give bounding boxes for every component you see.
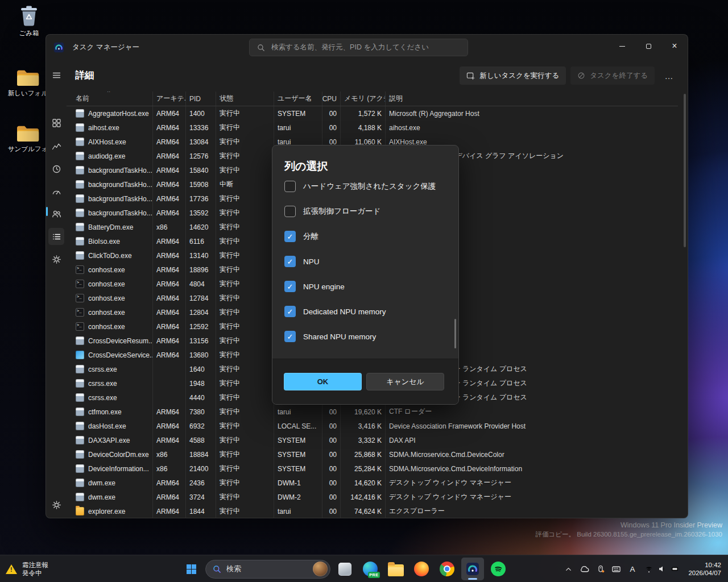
quick-settings-button[interactable] [640, 558, 684, 580]
table-row[interactable]: DAX3API.exe ARM64 4588 実行中 SYSTEM 00 3,3… [67, 433, 678, 447]
sidebar-item-details[interactable] [48, 228, 64, 245]
cell-pid: 6932 [186, 419, 216, 433]
cell-pid: 12784 [186, 291, 216, 305]
checkbox[interactable] [284, 181, 296, 192]
taskbar-app-file-explorer[interactable] [384, 558, 407, 580]
table-row[interactable]: AggregatorHost.exe ARM64 1400 実行中 SYSTEM… [67, 106, 678, 120]
checkbox[interactable] [284, 331, 296, 342]
minimize-button[interactable] [609, 35, 635, 57]
cell-status: 実行中 [216, 149, 274, 163]
cell-name: csrss.exe [67, 390, 153, 405]
column-option-row[interactable]: Dedicated NPU memory [284, 299, 445, 324]
cell-cpu: 00 [322, 405, 341, 419]
column-option-row[interactable]: 拡張制御フローガード [284, 199, 445, 224]
cell-name: CrossDeviceResum... [67, 334, 153, 348]
settings-button[interactable] [48, 496, 64, 513]
sidebar-item-users[interactable] [48, 205, 64, 222]
sidebar-item-app-history[interactable] [48, 160, 64, 177]
col-header-pid[interactable]: PID [186, 92, 216, 106]
run-new-task-button[interactable]: 新しいタスクを実行する [460, 66, 566, 85]
column-option-row[interactable]: 分離 [284, 224, 445, 249]
hidden-icons-button[interactable] [561, 558, 576, 580]
taskbar-clock[interactable]: 10:42 2026/04/07 [685, 561, 725, 577]
checkbox[interactable] [284, 231, 296, 242]
column-option-row[interactable]: NPU engine [284, 274, 445, 299]
col-header-description[interactable]: 説明 [386, 92, 678, 106]
desktop-icon-recycle-bin[interactable]: ごみ箱 [7, 3, 51, 38]
scrollbar-thumb[interactable] [684, 94, 686, 247]
table-row[interactable]: dasHost.exe ARM64 6932 実行中 LOCAL SE... 0… [67, 419, 678, 433]
ime-mode-button[interactable]: A [624, 558, 640, 580]
table-row[interactable]: dwm.exe ARM64 2436 実行中 DWM-1 00 14,620 K… [67, 476, 678, 490]
end-task-button[interactable]: タスクを終了する [570, 66, 655, 85]
column-option-row[interactable]: NPU [284, 249, 445, 274]
desktop-icon-sample-folder[interactable]: サンプルフォ [6, 119, 50, 153]
col-header-architecture[interactable]: アーキテ... [153, 92, 186, 106]
taskbar-app-firefox[interactable] [410, 558, 433, 580]
cell-architecture: ARM64 [153, 291, 186, 305]
onedrive-button[interactable] [577, 558, 592, 580]
col-header-memory[interactable]: メモリ (アクテ... [341, 92, 386, 106]
table-row[interactable]: explorer.exe ARM64 1844 実行中 tarui 00 74,… [67, 504, 678, 518]
col-header-user[interactable]: ユーザー名 [274, 92, 322, 106]
touch-keyboard-button[interactable] [609, 558, 624, 580]
process-name: AIXHost.exe [88, 138, 126, 146]
taskbar-search-box[interactable]: 検索 [205, 560, 330, 579]
hamburger-menu-button[interactable] [48, 66, 64, 84]
sidebar-item-startup-apps[interactable] [48, 183, 64, 200]
cell-pid: 7380 [186, 405, 216, 419]
cell-name: DeviceInformation... [67, 462, 153, 476]
taskbar-app-window[interactable] [333, 558, 356, 580]
table-scrollbar[interactable] [684, 94, 686, 517]
checkbox[interactable] [284, 206, 296, 217]
taskbar-app-task-manager[interactable] [461, 558, 484, 580]
search-highlight-image[interactable] [313, 562, 328, 576]
table-row[interactable]: DeviceColorDm.exe x86 18884 実行中 SYSTEM 0… [67, 447, 678, 462]
more-options-button[interactable]: … [659, 66, 679, 85]
col-header-status[interactable]: 状態 [216, 92, 274, 106]
table-row[interactable]: aihost.exe ARM64 13336 実行中 tarui 00 4,18… [67, 120, 678, 135]
checkbox[interactable] [284, 281, 296, 292]
process-name: conhost.exe [88, 309, 125, 317]
process-icon [76, 138, 84, 146]
window-controls: × [609, 35, 688, 57]
cell-status: 実行中 [216, 263, 274, 277]
cell-description: Device Association Framework Provider Ho… [386, 419, 678, 433]
users-icon [52, 209, 61, 219]
start-button[interactable] [180, 558, 202, 580]
maximize-button[interactable] [635, 35, 661, 57]
sidebar-item-processes[interactable] [48, 114, 64, 131]
weather-widget[interactable]: 霜注意報 発令中 [6, 555, 48, 582]
battery-icon [671, 564, 680, 573]
cell-pid: 1948 [186, 376, 216, 390]
checkbox[interactable] [284, 306, 296, 317]
table-row[interactable]: DeviceInformation... x86 21400 実行中 SYSTE… [67, 462, 678, 476]
sidebar-item-services[interactable] [48, 251, 64, 268]
dialog-scrollbar-thumb[interactable] [454, 319, 456, 348]
taskbar-app-edge[interactable]: PRE [359, 558, 382, 580]
cell-architecture: ARM64 [153, 319, 186, 334]
cell-user: tarui [274, 120, 322, 135]
column-option-row[interactable]: ハードウェア強制されたスタック保護 [284, 174, 445, 199]
col-header-cpu[interactable]: CPU [322, 92, 341, 106]
table-row[interactable]: ctfmon.exe ARM64 7380 実行中 tarui 00 19,62… [67, 405, 678, 419]
close-button[interactable]: × [661, 35, 688, 57]
column-option-row[interactable]: Shared NPU memory [284, 324, 445, 349]
checkbox[interactable] [284, 256, 296, 267]
col-header-name[interactable]: ^ 名前 [67, 92, 153, 106]
taskbar-app-chrome[interactable] [436, 558, 458, 580]
run-new-task-label: 新しいタスクを実行する [479, 71, 559, 81]
taskbar-app-spotify[interactable] [487, 558, 510, 580]
process-name: conhost.exe [88, 323, 125, 331]
device-status-button[interactable] [593, 558, 608, 580]
cancel-button[interactable]: キャンセル [366, 373, 444, 390]
column-option-label: Dedicated NPU memory [303, 307, 386, 316]
table-row[interactable]: dwm.exe ARM64 3724 実行中 DWM-2 00 142,416 … [67, 490, 678, 504]
desktop-icon-new-folder[interactable]: 新しいフォル [6, 64, 50, 98]
sidebar-item-performance[interactable] [48, 138, 64, 155]
ok-button[interactable]: OK [284, 373, 362, 390]
search-input[interactable]: 検索する名前、発行元、PID を入力してください [249, 39, 468, 56]
process-icon [76, 479, 84, 487]
cloud-icon [580, 564, 589, 574]
window-title: タスク マネージャー [72, 35, 139, 60]
